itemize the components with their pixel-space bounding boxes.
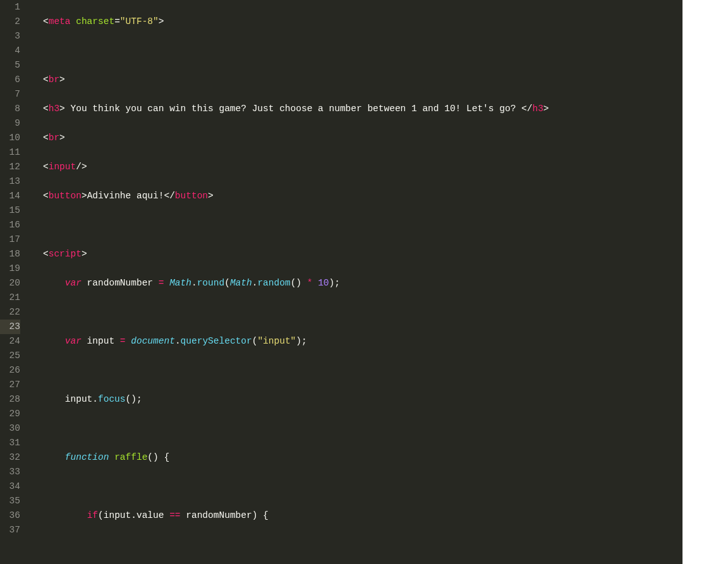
code-line[interactable]: <br> [43, 73, 682, 87]
line-number: 10 [0, 131, 20, 145]
line-number: 11 [0, 145, 20, 160]
line-number: 36 [0, 508, 20, 523]
code-line[interactable]: function raffle() { [43, 450, 682, 465]
line-number: 9 [0, 116, 20, 131]
line-number: 22 [0, 305, 20, 320]
code-line[interactable]: <input/> [43, 160, 682, 174]
line-number: 18 [0, 247, 20, 261]
line-number: 32 [0, 450, 20, 465]
line-number: 17 [0, 232, 20, 247]
code-line[interactable] [43, 479, 682, 494]
line-number: 25 [0, 349, 20, 363]
line-number: 29 [0, 407, 20, 421]
line-number: 28 [0, 392, 20, 407]
code-line[interactable] [43, 421, 682, 436]
code-area[interactable]: <meta charset="UTF-8"> <br> <h3> You thi… [32, 0, 682, 564]
line-number: 19 [0, 261, 20, 276]
line-number: 23 [0, 320, 20, 334]
code-line[interactable] [43, 363, 682, 378]
line-number: 7 [0, 87, 20, 102]
line-number: 3 [0, 29, 20, 44]
line-number: 35 [0, 494, 20, 508]
line-number: 34 [0, 479, 20, 494]
code-editor[interactable]: 1 2 3 4 5 6 7 8 9 10 11 12 13 14 15 16 1… [0, 0, 682, 564]
line-number: 12 [0, 160, 20, 174]
line-number: 13 [0, 174, 20, 189]
code-line[interactable]: <h3> You think you can win this game? Ju… [43, 102, 682, 116]
code-line[interactable]: input.focus(); [43, 392, 682, 407]
code-line[interactable] [43, 305, 682, 320]
code-line[interactable]: if(input.value == randomNumber) { [43, 508, 682, 523]
code-line[interactable] [43, 537, 682, 552]
line-number: 26 [0, 363, 20, 378]
code-line[interactable] [43, 218, 682, 232]
line-number: 2 [0, 15, 20, 29]
line-number: 27 [0, 378, 20, 392]
line-number: 8 [0, 102, 20, 116]
line-number: 14 [0, 189, 20, 203]
line-number: 5 [0, 58, 20, 73]
gutter: 1 2 3 4 5 6 7 8 9 10 11 12 13 14 15 16 1… [0, 0, 32, 564]
line-number: 15 [0, 203, 20, 218]
code-line[interactable]: <br> [43, 131, 682, 145]
code-line[interactable]: <button>Adivinhe aqui!</button> [43, 189, 682, 203]
line-number: 21 [0, 291, 20, 305]
line-number: 33 [0, 465, 20, 479]
line-number: 6 [0, 73, 20, 87]
code-line[interactable]: var randomNumber = Math.round(Math.rando… [43, 276, 682, 291]
code-line[interactable]: <script> [43, 247, 682, 261]
code-line[interactable] [43, 44, 682, 58]
line-number: 37 [0, 523, 20, 537]
line-number: 1 [0, 0, 20, 15]
line-number: 24 [0, 334, 20, 349]
line-number: 20 [0, 276, 20, 291]
line-number: 4 [0, 44, 20, 58]
code-line[interactable]: var input = document.querySelector("inpu… [43, 334, 682, 349]
line-number: 16 [0, 218, 20, 232]
line-number: 30 [0, 421, 20, 436]
code-line[interactable]: <meta charset="UTF-8"> [43, 15, 682, 29]
line-number: 31 [0, 436, 20, 450]
